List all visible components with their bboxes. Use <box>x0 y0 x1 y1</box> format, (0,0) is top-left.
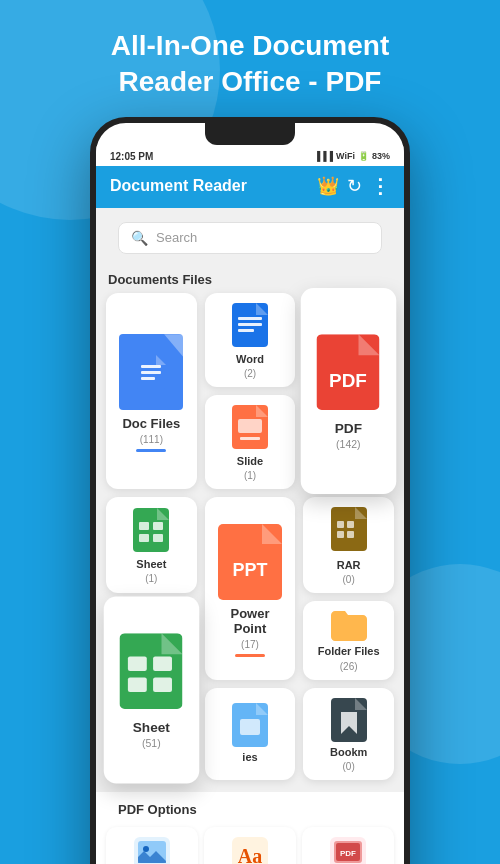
doc-files-icon <box>119 334 183 410</box>
header-icons: 👑 ↻ ⋮ <box>317 174 390 198</box>
search-icon: 🔍 <box>131 230 148 246</box>
svg-rect-5 <box>238 317 262 320</box>
svg-rect-17 <box>153 534 163 542</box>
svg-rect-27 <box>153 657 172 672</box>
svg-rect-22 <box>347 521 354 528</box>
phone-mockup: 12:05 PM ▐▐▐ WiFi 🔋 83% Document Reader … <box>90 117 410 864</box>
phone-notch <box>205 123 295 145</box>
signal-icon: ▐▐▐ <box>314 151 333 161</box>
bookmark-count: (0) <box>343 761 355 772</box>
folder-name: Folder Files <box>318 645 380 658</box>
powerpoint-count: (17) <box>241 639 259 650</box>
slide-card[interactable]: Slide (1) <box>205 395 296 489</box>
folder-count: (26) <box>340 661 358 672</box>
battery-icon: 🔋 <box>358 151 369 161</box>
word-name: Word <box>236 353 264 366</box>
svg-rect-29 <box>153 678 172 693</box>
sheet-large-card[interactable]: Sheet (51) <box>104 597 199 784</box>
documents-grid: Doc Files (111) Wo <box>96 293 404 788</box>
svg-rect-7 <box>238 329 254 332</box>
svg-rect-2 <box>141 371 161 374</box>
svg-rect-24 <box>347 531 354 538</box>
svg-rect-12 <box>240 437 260 440</box>
doc-files-card[interactable]: Doc Files (111) <box>106 293 197 489</box>
pdf-icon: PDF <box>315 334 382 414</box>
rar-name: RAR <box>337 559 361 572</box>
pdf-name: PDF <box>335 420 362 436</box>
doc-files-count: (111) <box>140 434 163 445</box>
svg-rect-28 <box>128 678 147 693</box>
svg-rect-20 <box>331 507 367 551</box>
sheet-large-count: (51) <box>142 738 161 750</box>
svg-rect-3 <box>141 377 155 380</box>
text-to-icon: Aa <box>232 837 268 864</box>
svg-text:Aa: Aa <box>238 845 262 864</box>
sheet-large-name: Sheet <box>133 720 170 736</box>
folder-card[interactable]: Folder Files (26) <box>303 601 394 679</box>
svg-rect-11 <box>238 419 262 433</box>
bookmark-icon <box>331 698 367 746</box>
sheet-large-icon <box>118 634 185 714</box>
svg-point-35 <box>143 846 149 852</box>
svg-rect-14 <box>139 522 149 530</box>
bookmark-name: Bookm <box>330 746 367 759</box>
svg-text:PDF: PDF <box>330 369 368 390</box>
svg-rect-6 <box>238 323 262 326</box>
status-icons: ▐▐▐ WiFi 🔋 83% <box>314 151 390 161</box>
slide-count: (1) <box>244 470 256 481</box>
svg-rect-1 <box>141 365 161 368</box>
word-card[interactable]: Word (2) <box>205 293 296 387</box>
bookmark-card[interactable]: Bookm (0) <box>303 688 394 780</box>
ies-name: ies <box>242 751 257 764</box>
sheet-small-card[interactable]: Sheet (1) <box>106 497 197 593</box>
rar-icon <box>331 507 367 555</box>
slide-name: Slide <box>237 455 263 468</box>
svg-rect-21 <box>337 521 344 528</box>
rar-card[interactable]: RAR (0) <box>303 497 394 593</box>
folder-icon <box>331 611 367 645</box>
svg-text:PDF: PDF <box>340 849 356 858</box>
text-to-card[interactable]: Aa Text to <box>204 827 296 864</box>
svg-text:PPT: PPT <box>232 560 267 580</box>
doc-files-name: Doc Files <box>122 416 180 432</box>
ies-icon <box>232 703 268 751</box>
sheet-small-name: Sheet <box>136 558 166 571</box>
svg-rect-16 <box>139 534 149 542</box>
sheet-small-icon <box>133 508 169 552</box>
pdf-options-title: PDF Options <box>106 798 394 823</box>
word-icon <box>232 303 268 347</box>
refresh-icon[interactable]: ↻ <box>347 175 362 197</box>
powerpoint-card[interactable]: PPT Power Point (17) <box>205 497 296 679</box>
word-count: (2) <box>244 368 256 379</box>
rar-count: (0) <box>343 574 355 585</box>
svg-rect-26 <box>128 657 147 672</box>
pdf-options-grid: Image to Aa Text to <box>106 827 394 864</box>
pdf-card[interactable]: PDF PDF (142) <box>301 288 396 494</box>
search-input[interactable]: Search <box>156 230 197 245</box>
powerpoint-name: Power Point <box>215 606 286 637</box>
svg-rect-15 <box>153 522 163 530</box>
pdf-to-card[interactable]: PDF PDF to <box>302 827 394 864</box>
app-header: Document Reader 👑 ↻ ⋮ <box>96 166 404 208</box>
pdf-to-icon: PDF <box>330 837 366 864</box>
ies-card[interactable]: ies <box>205 688 296 780</box>
pdf-count: (142) <box>336 439 361 451</box>
svg-rect-23 <box>337 531 344 538</box>
more-icon[interactable]: ⋮ <box>370 174 390 198</box>
image-to-card[interactable]: Image to <box>106 827 198 864</box>
app-header-title: Document Reader <box>110 177 247 195</box>
search-bar[interactable]: 🔍 Search <box>118 222 382 254</box>
svg-rect-13 <box>133 508 169 552</box>
wifi-icon: WiFi <box>336 151 355 161</box>
slide-icon <box>232 405 268 449</box>
status-bar: 12:05 PM ▐▐▐ WiFi 🔋 83% <box>96 145 404 166</box>
powerpoint-icon: PPT <box>218 524 282 600</box>
svg-rect-31 <box>240 719 260 735</box>
status-time: 12:05 PM <box>110 151 153 162</box>
crown-icon[interactable]: 👑 <box>317 175 339 197</box>
sheet-small-count: (1) <box>145 573 157 584</box>
image-to-icon <box>134 837 170 864</box>
